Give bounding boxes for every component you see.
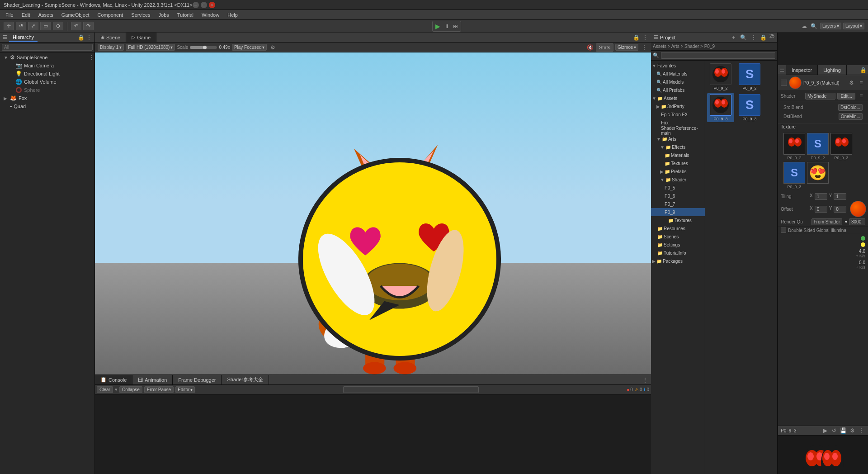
shader-edit-button[interactable]: Edit... xyxy=(837,93,855,100)
file-po9-3-mat[interactable]: P0_9_3 xyxy=(707,93,734,122)
project-add-icon[interactable]: + xyxy=(730,33,738,42)
view-lock-icon[interactable]: 🔒 xyxy=(632,33,640,42)
render-queue-dropdown[interactable]: From Shader xyxy=(811,218,842,225)
tex-thumb-emoji[interactable]: 😍 xyxy=(807,162,829,189)
toolbar-rotate[interactable]: ↺ xyxy=(16,22,26,30)
file-po9-3-shader[interactable]: S P0_9_3 xyxy=(736,93,763,122)
src-blend-value[interactable]: DstColo... xyxy=(838,104,863,111)
packages-item[interactable]: ▶ 📁 Packages xyxy=(651,257,705,265)
hierarchy-item-quad[interactable]: ▶ ▪ Quad xyxy=(0,102,94,110)
hierarchy-scene-root[interactable]: ▼ ⚙ SampleScene ⋮ xyxy=(0,53,94,62)
play-button[interactable]: ▶ xyxy=(434,22,442,30)
material-active-checkbox[interactable] xyxy=(781,80,787,86)
toolbar-scale[interactable]: ⤢ xyxy=(28,22,38,30)
search-icon[interactable]: 🔍 xyxy=(810,22,818,30)
thirdparty-item[interactable]: ▶ 📁 3rdParty xyxy=(651,102,705,110)
toolbar-rect[interactable]: ▭ xyxy=(40,22,51,30)
tab-inspector[interactable]: Inspector xyxy=(786,65,818,75)
menu-component[interactable]: Component xyxy=(94,11,127,19)
effects-item[interactable]: ▼ 📁 Effects xyxy=(651,143,705,151)
project-search-icon[interactable]: 🔍 xyxy=(740,33,748,42)
log-badge[interactable]: ℹ 0 xyxy=(644,387,649,392)
console-more-icon[interactable]: ⋮ xyxy=(641,376,649,384)
material-settings-icon[interactable]: ⚙ xyxy=(847,79,855,87)
editor-dropdown[interactable]: Editor ▾ xyxy=(175,386,195,393)
assets-section[interactable]: ▼ 📁 Assets xyxy=(651,94,705,102)
asset-play-icon[interactable]: ▶ xyxy=(821,427,829,435)
scene-more-icon[interactable]: ⋮ xyxy=(89,54,94,61)
cloud-icon[interactable]: ☁ xyxy=(800,22,808,30)
menu-assets[interactable]: Assets xyxy=(35,11,57,19)
tab-game[interactable]: ▷ Game xyxy=(126,33,156,42)
inspector-lock-icon[interactable]: 🔒 xyxy=(859,66,867,74)
po9-item[interactable]: P0_9 xyxy=(651,208,705,216)
hierarchy-tab[interactable]: Hierarchy xyxy=(9,33,38,42)
menu-file[interactable]: File xyxy=(2,11,17,19)
tab-lighting[interactable]: Lighting xyxy=(818,65,847,75)
shader-ref-item[interactable]: ShaderReference-main xyxy=(651,127,705,135)
shader-dropdown[interactable]: MyShade xyxy=(805,93,835,100)
epic-toon-item[interactable]: Epic Toon FX xyxy=(651,110,705,118)
pause-button[interactable]: ⏸ xyxy=(443,22,451,30)
scenes-item[interactable]: 📁 Scenes xyxy=(651,232,705,241)
hierarchy-search-input[interactable] xyxy=(2,44,93,51)
shader-folder-item[interactable]: ▼ 📁 Shader xyxy=(651,175,705,184)
po6-item[interactable]: P0_6 xyxy=(651,192,705,200)
clear-button[interactable]: Clear xyxy=(97,386,113,393)
tab-frame-debugger[interactable]: Frame Debugger xyxy=(173,375,222,384)
minimize-button[interactable]: ─ xyxy=(193,2,199,8)
clear-arrow-icon[interactable]: ▾ xyxy=(115,387,118,393)
view-more-icon[interactable]: ⋮ xyxy=(641,33,649,42)
hierarchy-item-sphere[interactable]: ▶ ⭕ Sphere xyxy=(0,86,94,94)
gizmos-dropdown[interactable]: Gizmos ▾ xyxy=(615,44,638,51)
menu-services[interactable]: Services xyxy=(127,11,154,19)
step-button[interactable]: ⏭ xyxy=(452,22,460,30)
tex-thumb-po9-3-mat[interactable]: P0_9_3 xyxy=(830,133,852,160)
hierarchy-item-light[interactable]: ▶ 💡 Directional Light xyxy=(0,70,94,78)
game-more-icon[interactable]: ⋮ xyxy=(640,43,648,52)
green-indicator[interactable] xyxy=(861,236,865,241)
error-badge[interactable]: ● 0 xyxy=(627,387,633,392)
render-queue-value[interactable]: 3000 xyxy=(849,218,865,225)
game-settings-icon[interactable]: ⚙ xyxy=(269,43,277,52)
menu-gameobject[interactable]: GameObject xyxy=(58,11,93,19)
tab-shader-ref[interactable]: Shader参考大全 xyxy=(222,375,269,384)
layout-dropdown[interactable]: Layout ▾ xyxy=(843,23,864,29)
settings-item[interactable]: 📁 Settings xyxy=(651,241,705,249)
warning-badge[interactable]: ⚠ 0 xyxy=(635,387,642,392)
tex-thumb-po9-2-shader[interactable]: S P0_9_2 xyxy=(807,133,829,160)
shader-menu-icon[interactable]: ≡ xyxy=(857,92,865,100)
toolbar-undo[interactable]: ↶ xyxy=(71,22,81,30)
toolbar-redo[interactable]: ↷ xyxy=(83,22,94,30)
po5-item[interactable]: P0_5 xyxy=(651,184,705,192)
favorites-section[interactable]: ▼ Favorites xyxy=(651,62,705,70)
offset-x-value[interactable]: 0 xyxy=(815,206,827,213)
console-search-input[interactable] xyxy=(343,386,479,393)
file-po9-2-mat[interactable]: P0_9_2 xyxy=(707,62,734,91)
hierarchy-lock-icon[interactable]: 🔒 xyxy=(78,34,85,41)
double-sided-checkbox[interactable] xyxy=(781,228,786,233)
yellow-indicator[interactable] xyxy=(861,242,865,247)
resources-item[interactable]: 📁 Resources xyxy=(651,224,705,232)
toolbar-custom[interactable]: ⊕ xyxy=(53,22,63,30)
close-button[interactable]: ✕ xyxy=(209,2,215,8)
hierarchy-more-icon[interactable]: ⋮ xyxy=(86,34,92,41)
menu-tutorial[interactable]: Tutorial xyxy=(174,11,197,19)
materials-item[interactable]: 📁 Materials xyxy=(651,151,705,159)
error-pause-button[interactable]: Error Pause xyxy=(144,386,174,393)
project-dots-icon[interactable]: ⋮ xyxy=(750,33,758,42)
toolbar-move[interactable]: ✛ xyxy=(4,22,14,30)
maximize-button[interactable]: □ xyxy=(201,2,207,8)
hierarchy-item-fox[interactable]: ▶ 🦊 Fox xyxy=(0,94,94,102)
tab-scene[interactable]: ⊞ Scene xyxy=(95,33,126,42)
collapse-button[interactable]: Collapse xyxy=(119,386,142,393)
menu-jobs[interactable]: Jobs xyxy=(155,11,173,19)
hierarchy-item-volume[interactable]: ▶ 🌐 Global Volume xyxy=(0,78,94,86)
tex-thumb-po9-3-shader[interactable]: S P0_9_3 xyxy=(783,162,805,189)
asset-refresh-icon[interactable]: ↺ xyxy=(830,427,838,435)
all-prefabs-item[interactable]: 🔍 All Prefabs xyxy=(651,86,705,94)
scale-slider[interactable] xyxy=(190,46,217,49)
project-lock-icon[interactable]: 🔒 xyxy=(760,33,768,42)
tiling-x-value[interactable]: 1 xyxy=(815,193,827,200)
project-search-input[interactable] xyxy=(661,52,775,59)
